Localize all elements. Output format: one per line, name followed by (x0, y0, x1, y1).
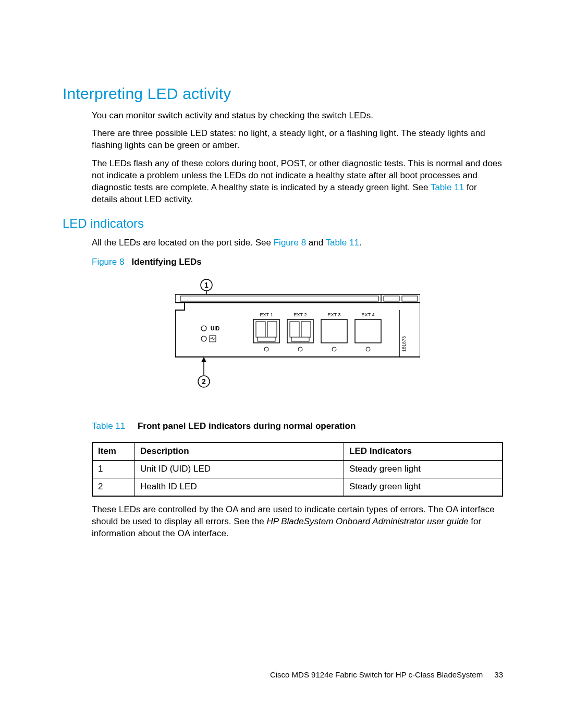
svg-rect-6 (402, 296, 418, 301)
svg-rect-9 (267, 322, 277, 337)
text-run: and (306, 238, 326, 248)
svg-rect-5 (384, 296, 399, 301)
th-description: Description (135, 442, 344, 460)
th-item: Item (92, 442, 135, 460)
callout-2: 2 (198, 357, 210, 387)
table-label: Table 11 (92, 421, 125, 431)
table-header-row: Item Description LED Indicators (92, 442, 503, 460)
svg-rect-12 (290, 322, 299, 337)
cell-desc: Unit ID (UID) LED (135, 461, 344, 478)
text-run: All the LEDs are located on the port sid… (92, 238, 274, 248)
cell-ind: Steady green light (344, 478, 503, 496)
callout-1-number: 1 (204, 281, 209, 289)
paragraph: You can monitor switch activity and stat… (92, 110, 503, 122)
xref-figure-8[interactable]: Figure 8 (274, 238, 306, 248)
health-led (201, 336, 206, 341)
table-row: 1 Unit ID (UID) LED Steady green light (92, 461, 503, 478)
part-number: 181873 (401, 336, 407, 352)
cell-desc: Health ID LED (135, 478, 344, 496)
table-caption: Table 11 Front panel LED indicators duri… (92, 421, 503, 433)
text-run: . (359, 238, 362, 248)
section-body: You can monitor switch activity and stat… (92, 110, 503, 206)
figure-caption: Figure 8 Identifying LEDs (92, 256, 503, 268)
sfp-ext3 (321, 319, 347, 343)
paragraph: The LEDs flash any of these colors durin… (92, 158, 503, 206)
table-title: Front panel LED indicators during normal… (138, 421, 356, 431)
callout-2-number: 2 (202, 377, 206, 386)
svg-rect-14 (291, 337, 309, 341)
led-table: Item Description LED Indicators 1 Unit I… (92, 442, 503, 497)
book-title: HP BladeSystem Onboard Administrator use… (266, 516, 468, 526)
paragraph: All the LEDs are located on the port sid… (92, 237, 503, 249)
ext3-label: EXT 3 (327, 312, 340, 317)
cell-item: 2 (92, 478, 135, 496)
paragraph: These LEDs are controlled by the OA and … (92, 504, 503, 540)
svg-point-18 (366, 347, 370, 351)
uid-led (201, 326, 206, 331)
page-number: 33 (494, 670, 503, 679)
figure-8: 1 EXT 1 EXT 2 EXT 3 EXT 4 (92, 279, 503, 394)
ext1-label: EXT 1 (260, 312, 273, 317)
page-content: Interpreting LED activity You can monito… (0, 0, 563, 540)
xref-table-11[interactable]: Table 11 (431, 182, 464, 192)
heading-interpreting-led-activity: Interpreting LED activity (63, 83, 503, 105)
sfp-ext1 (253, 319, 279, 343)
svg-rect-8 (256, 322, 265, 337)
svg-rect-10 (258, 337, 275, 341)
ext4-label: EXT 4 (361, 312, 374, 317)
sfp-ext4 (355, 319, 381, 343)
switch-diagram: 1 EXT 1 EXT 2 EXT 3 EXT 4 (175, 279, 420, 391)
svg-point-15 (264, 347, 268, 351)
svg-point-17 (332, 347, 336, 351)
subsection-body: All the LEDs are located on the port sid… (92, 237, 503, 539)
cell-ind: Steady green light (344, 461, 503, 478)
figure-title: Identifying LEDs (132, 257, 202, 267)
svg-rect-13 (301, 322, 311, 337)
svg-point-16 (298, 347, 302, 351)
uid-label: UID (211, 326, 219, 331)
page-footer: Cisco MDS 9124e Fabric Switch for HP c-C… (270, 670, 503, 680)
ext2-label: EXT 2 (293, 312, 307, 317)
figure-label: Figure 8 (92, 257, 124, 267)
sfp-ext2 (287, 319, 313, 343)
svg-rect-3 (180, 296, 378, 301)
th-indicators: LED Indicators (344, 442, 503, 460)
cell-item: 1 (92, 461, 135, 478)
paragraph: There are three possible LED states: no … (92, 128, 503, 152)
heading-led-indicators: LED indicators (63, 215, 503, 232)
footer-title: Cisco MDS 9124e Fabric Switch for HP c-C… (270, 670, 483, 679)
xref-table-11[interactable]: Table 11 (326, 238, 359, 248)
table-row: 2 Health ID LED Steady green light (92, 478, 503, 496)
svg-marker-21 (201, 357, 206, 362)
